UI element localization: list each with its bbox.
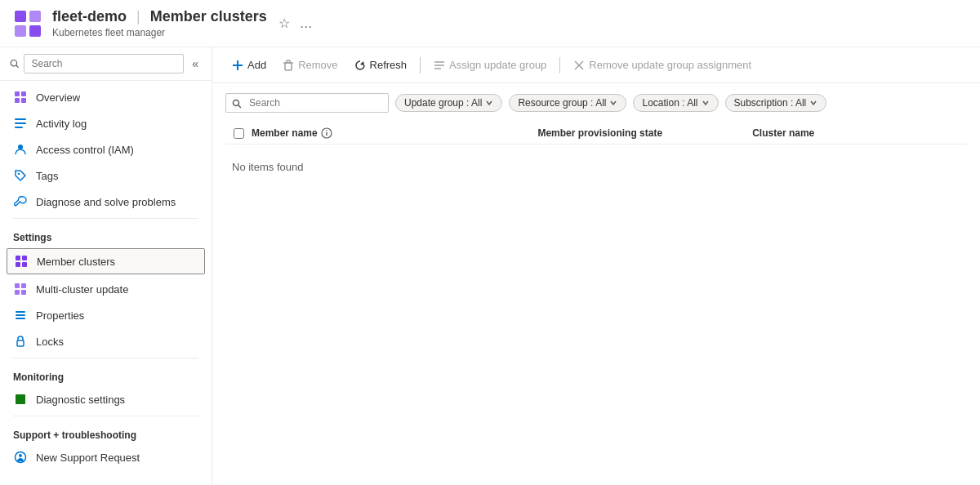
svg-rect-19 xyxy=(15,283,20,288)
grid-icon xyxy=(13,90,28,105)
svg-point-13 xyxy=(18,145,23,149)
svg-rect-21 xyxy=(15,290,20,295)
main-content: Add Remove Refresh Assign update group R… xyxy=(212,47,980,485)
sidebar-item-diagnostic-label: Diagnostic settings xyxy=(36,394,125,406)
sidebar-item-member-clusters[interactable]: Member clusters xyxy=(7,248,205,274)
square-green-icon xyxy=(13,392,28,407)
info-icon xyxy=(321,127,332,139)
sidebar-item-overview[interactable]: Overview xyxy=(0,84,212,110)
filter-chip-location[interactable]: Location : All xyxy=(633,94,718,112)
svg-point-14 xyxy=(18,173,20,175)
content-search-input[interactable] xyxy=(225,93,389,113)
settings-divider xyxy=(13,218,198,219)
grid-purple-icon xyxy=(14,254,29,269)
sidebar-item-tags[interactable]: Tags xyxy=(0,162,212,189)
more-options-button[interactable]: … xyxy=(298,15,314,33)
filter-chip-resource-group-label: Resource group : All xyxy=(518,97,606,109)
svg-rect-1 xyxy=(29,11,41,22)
toolbar: Add Remove Refresh Assign update group R… xyxy=(212,47,980,83)
svg-rect-0 xyxy=(15,11,26,22)
sidebar-item-properties[interactable]: Properties xyxy=(0,302,212,328)
table-header: Member name Member provisioning state Cl… xyxy=(225,122,967,145)
header-subtitle: Kubernetes fleet manager xyxy=(52,27,267,38)
filter-chip-subscription[interactable]: Subscription : All xyxy=(725,94,827,112)
svg-point-29 xyxy=(19,454,22,457)
sidebar-item-activity-log[interactable]: Activity log xyxy=(0,110,212,136)
svg-point-42 xyxy=(234,100,239,105)
svg-rect-17 xyxy=(16,262,20,267)
sidebar-item-locks[interactable]: Locks xyxy=(0,328,212,354)
sidebar-item-multi-cluster-update[interactable]: Multi-cluster update xyxy=(0,276,212,302)
sidebar-item-properties-label: Properties xyxy=(36,309,84,322)
filter-chip-resource-group[interactable]: Resource group : All xyxy=(509,94,626,112)
list-icon xyxy=(13,116,28,131)
sidebar-collapse-button[interactable]: « xyxy=(189,57,202,70)
no-items-message: No items found xyxy=(225,145,967,189)
svg-rect-24 xyxy=(16,314,25,316)
sidebar-item-support-label: New Support Request xyxy=(36,452,140,464)
svg-rect-7 xyxy=(21,91,26,96)
lock-icon xyxy=(13,334,28,349)
svg-line-5 xyxy=(16,65,19,68)
svg-rect-26 xyxy=(17,340,24,346)
toolbar-separator2 xyxy=(559,57,560,73)
sidebar-search-bar: « xyxy=(0,47,212,81)
trash-icon xyxy=(283,60,294,71)
sidebar-item-tags-label: Tags xyxy=(36,170,58,182)
sidebar-item-access-control[interactable]: Access control (IAM) xyxy=(0,136,212,162)
chevron-down-icon xyxy=(485,99,493,107)
svg-rect-18 xyxy=(22,262,27,267)
svg-rect-25 xyxy=(16,318,25,319)
wrench-icon xyxy=(13,194,28,209)
layout: « Overview Activity log xyxy=(0,47,980,485)
chevron-down-icon2 xyxy=(609,99,617,107)
toolbar-separator xyxy=(420,57,421,73)
remove-button[interactable]: Remove xyxy=(276,55,344,75)
svg-rect-2 xyxy=(15,25,26,37)
filter-chip-subscription-label: Subscription : All xyxy=(734,97,807,109)
sidebar-item-diagnostic-settings[interactable]: Diagnostic settings xyxy=(0,386,212,412)
sidebar-nav: Overview Activity log Access control (IA… xyxy=(0,81,212,485)
sidebar-item-diagnose-label: Diagnose and solve problems xyxy=(36,196,176,208)
col-member-name: Member name xyxy=(252,127,537,139)
support-section-title: Support + troubleshooting xyxy=(0,420,212,444)
sidebar-item-diagnose[interactable]: Diagnose and solve problems xyxy=(0,189,212,215)
refresh-button[interactable]: Refresh xyxy=(348,55,414,75)
select-all-input[interactable] xyxy=(234,128,244,139)
col-cluster-name: Cluster name xyxy=(752,127,967,139)
sidebar-item-multi-cluster-label: Multi-cluster update xyxy=(36,283,128,296)
sidebar-search-input[interactable] xyxy=(24,54,184,73)
sidebar-item-overview-label: Overview xyxy=(36,91,80,104)
monitoring-divider xyxy=(13,358,198,358)
svg-rect-20 xyxy=(21,283,26,288)
assign-update-group-button[interactable]: Assign update group xyxy=(427,55,553,75)
svg-rect-27 xyxy=(16,394,25,404)
favorite-button[interactable]: ☆ xyxy=(277,14,292,33)
page-title: Member clusters xyxy=(150,8,267,25)
filter-bar: Update group : All Resource group : All … xyxy=(225,93,967,113)
app-icon xyxy=(13,9,42,38)
svg-rect-8 xyxy=(15,98,20,103)
filter-chip-update-group[interactable]: Update group : All xyxy=(395,94,502,112)
filter-chip-location-label: Location : All xyxy=(642,97,697,109)
sidebar-item-new-support-request[interactable]: New Support Request xyxy=(0,444,212,470)
svg-rect-22 xyxy=(21,290,26,295)
remove-update-group-button[interactable]: Remove update group assignment xyxy=(567,55,758,75)
chevron-down-icon3 xyxy=(702,99,710,107)
sidebar: « Overview Activity log xyxy=(0,47,212,485)
svg-rect-23 xyxy=(16,311,25,313)
sidebar-item-access-control-label: Access control (IAM) xyxy=(36,144,134,156)
header-separator: | xyxy=(136,8,140,25)
svg-rect-10 xyxy=(15,118,26,120)
support-divider xyxy=(13,416,198,416)
add-button[interactable]: Add xyxy=(225,55,273,75)
person-icon xyxy=(13,142,28,157)
assign-icon xyxy=(434,60,445,71)
svg-point-46 xyxy=(326,130,327,131)
table-select-all-checkbox[interactable] xyxy=(225,128,252,139)
svg-rect-12 xyxy=(15,127,23,128)
settings-section-title: Settings xyxy=(0,222,212,247)
header-actions: ☆ … xyxy=(277,14,314,33)
sidebar-item-member-clusters-label: Member clusters xyxy=(37,256,115,268)
content-search-wrap xyxy=(225,93,389,113)
